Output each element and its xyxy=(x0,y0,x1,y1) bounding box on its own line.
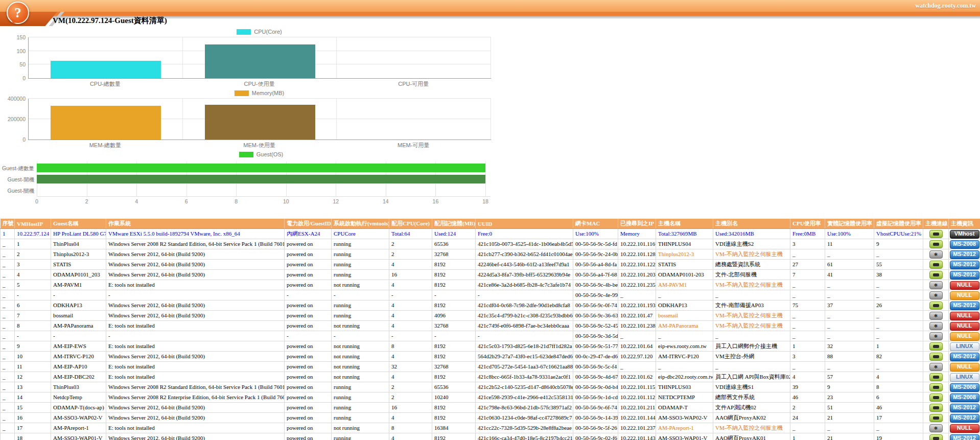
host-info-badge[interactable]: MS-2008 xyxy=(950,383,979,392)
host-info-badge[interactable]: NULL xyxy=(950,312,979,320)
cell-connection xyxy=(923,413,949,423)
cell-vmtools: - xyxy=(332,331,389,341)
cell-seq: _ xyxy=(1,403,15,413)
cell-vmtools: not running xyxy=(332,352,389,362)
connection-button[interactable]: ✱ xyxy=(929,250,943,259)
cell-vmem-usage: 6 xyxy=(874,392,923,403)
connection-button[interactable] xyxy=(929,230,943,238)
cell-seq: _ xyxy=(1,341,15,352)
cell-cpu-cores: - xyxy=(389,331,432,341)
cell-cpu-usage: _ xyxy=(790,321,825,331)
cell-cpu-usage: _ xyxy=(790,249,825,260)
connection-button[interactable] xyxy=(929,302,943,310)
cell-os: Windows Server 2008 R2 Standard Edition,… xyxy=(106,239,285,249)
cell-mac: 00-50-56-9c-1d-cd xyxy=(573,392,618,403)
host-info-badge[interactable]: MS-2012 xyxy=(950,271,979,280)
cell-uuid: - xyxy=(476,331,573,341)
connection-button[interactable]: ✱ xyxy=(929,322,943,330)
cell-mac: 00-50-56-a4-8d-fa xyxy=(573,260,618,270)
host-info-badge[interactable]: NULL xyxy=(950,363,979,372)
host-info-badge[interactable]: NULL xyxy=(950,424,979,433)
cell-mem-mb: 8192 xyxy=(432,270,476,280)
host-info-badge[interactable]: MS-2008 xyxy=(950,393,979,402)
host-info-badge[interactable]: NULL xyxy=(950,281,979,290)
connection-button[interactable] xyxy=(929,353,943,361)
cell-cpu-usage: 3 xyxy=(790,239,825,249)
gridline xyxy=(29,37,491,37)
cell-seq: _ xyxy=(1,413,15,423)
help-icon[interactable]: ? xyxy=(7,2,29,24)
cell-cpu-usage: 7 xyxy=(790,270,825,280)
host-info-badge[interactable]: MS-2012 xyxy=(950,353,979,361)
cell-cpu-usage: _ xyxy=(790,280,825,290)
connection-button[interactable]: ✱ xyxy=(929,363,943,371)
cell-vmhost-ip: - xyxy=(15,290,51,300)
host-info-badge[interactable]: MS-2012 xyxy=(950,250,979,259)
cell-mem-usage: _ xyxy=(825,362,874,372)
cell-mem-usage: Use:100% xyxy=(825,229,874,239)
connection-button[interactable] xyxy=(929,373,943,381)
connection-button[interactable]: ✱ xyxy=(929,332,943,340)
cell-mem-usage: _ xyxy=(825,249,874,260)
x-tick-label: 18 xyxy=(478,198,493,204)
gridline xyxy=(485,161,486,196)
connection-button[interactable] xyxy=(929,383,943,391)
connection-button[interactable] xyxy=(929,393,943,402)
cell-host-info: NULL xyxy=(949,311,980,321)
cell-vmhost-ip: 6 xyxy=(15,300,51,311)
chart-legend: Guest(OS) xyxy=(37,151,485,157)
host-info-badge[interactable]: NULL xyxy=(950,332,979,341)
cell-mem-usage: 37 xyxy=(825,300,874,311)
host-info-badge[interactable]: NULL xyxy=(950,291,979,300)
cell-vmtools: not running xyxy=(332,423,389,433)
connection-button[interactable]: ✱ xyxy=(929,281,943,289)
x-tick-label: 10 xyxy=(278,198,294,204)
cell-os: Windows Server 2012, 64-bit (Build 9200) xyxy=(106,311,285,321)
cell-connection: ✱ xyxy=(923,423,949,433)
connection-button[interactable] xyxy=(929,240,943,248)
cell-host-info: MS-2012 xyxy=(949,433,980,440)
host-info-badge[interactable]: LINUX xyxy=(950,373,979,382)
connection-button[interactable]: ✱ xyxy=(929,291,943,299)
host-info-badge[interactable]: MS-2012 xyxy=(950,434,979,440)
host-info-badge[interactable]: MS-2008 xyxy=(950,240,979,249)
cell-os: Windows Server 2012, 64-bit (Build 9200) xyxy=(106,403,285,413)
host-info-badge[interactable]: MS-2012 xyxy=(950,302,979,310)
connection-button[interactable]: ✱ xyxy=(929,312,943,320)
connection-button[interactable] xyxy=(929,434,943,440)
cell-found-ip: 10.222.97.120 xyxy=(618,352,656,362)
cell-uuid: 564d2b29-27a7-43f0-ec15-623de847ded6 xyxy=(476,352,573,362)
connection-button[interactable] xyxy=(929,404,943,412)
host-info-badge[interactable]: MS-2012 xyxy=(950,261,979,269)
cell-alias: 文件-南部備援AP03 xyxy=(713,300,790,311)
cell-alias: Used:342016MB xyxy=(713,229,790,239)
connection-button[interactable] xyxy=(929,271,943,279)
cell-connection xyxy=(923,382,949,392)
host-info-badge[interactable]: MS-2012 xyxy=(950,404,979,412)
connection-button[interactable] xyxy=(929,261,943,269)
cell-cpu-usage: _ xyxy=(790,331,825,341)
cell-vmem-usage: _ xyxy=(874,280,923,290)
connection-button[interactable]: ✱ xyxy=(929,424,943,432)
cell-os: VMware ESXi 5.5.0 build-1892794 VMware, … xyxy=(106,229,285,239)
cell-alias: VM主控台-外網 xyxy=(713,352,790,362)
cell-cpu-usage: _ xyxy=(790,362,825,372)
cell-uuid: 421cb277-c390-b362-b652-fd41c01004ae xyxy=(476,249,573,260)
cell-found-ip: 10.222.101.238 xyxy=(618,321,656,331)
host-info-badge[interactable]: NULL xyxy=(950,322,979,331)
host-info-badge[interactable]: MS-2012 xyxy=(950,414,979,423)
gridline xyxy=(491,37,491,78)
cell-vmem-usage: _ xyxy=(874,311,923,321)
cell-mac: 00-50-56-9c-52-45 xyxy=(573,321,618,331)
cell-vmtools: running xyxy=(332,249,389,260)
cell-seq: _ xyxy=(1,392,15,403)
empty-row: _--------00-50-56-9c-4e-99______✱NULL xyxy=(1,290,980,300)
host-info-badge[interactable]: LINUX xyxy=(950,342,979,351)
connection-button[interactable] xyxy=(929,342,943,351)
cell-uuid: 421cd705-272e-5454-1aa3-67c16621aa88 xyxy=(476,362,573,372)
cell-seq: _ xyxy=(1,382,15,392)
guest-row: _7bossmailWindows Server 2012, 64-bit (B… xyxy=(1,311,980,321)
cell-mem-mb: 8192 xyxy=(432,433,476,440)
connection-button[interactable] xyxy=(929,414,943,422)
host-info-badge[interactable]: VMhost xyxy=(950,230,979,239)
